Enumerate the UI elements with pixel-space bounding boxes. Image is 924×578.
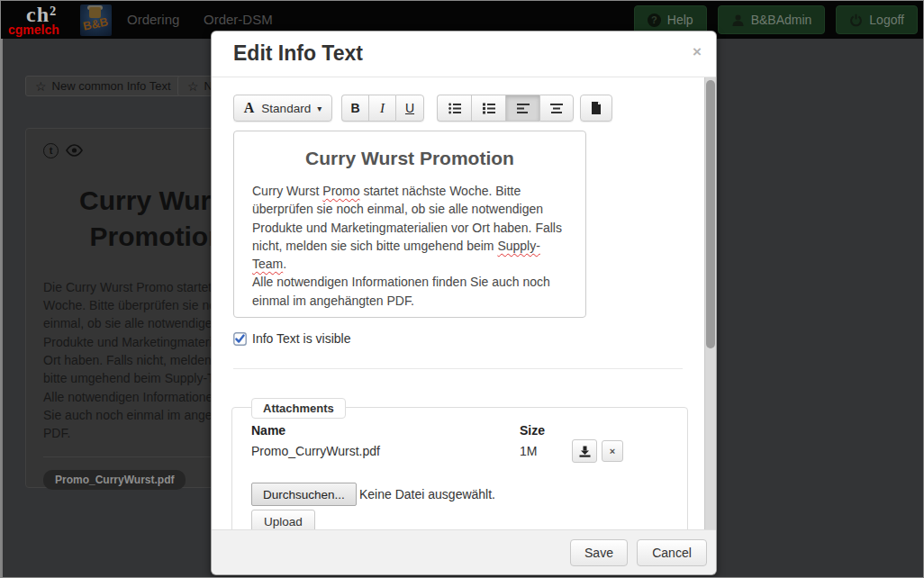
modal-close-icon[interactable]: × bbox=[693, 44, 702, 59]
align-left-icon bbox=[517, 103, 530, 114]
modal-body: A Standard ▾ B I U bbox=[212, 77, 716, 531]
toolbar-list-align-group bbox=[437, 95, 574, 122]
ordered-list-button[interactable] bbox=[471, 95, 505, 122]
rich-text-editor[interactable]: Curry Wurst Promotion Curry Wurst Promo … bbox=[233, 131, 586, 318]
underline-icon: U bbox=[405, 101, 414, 115]
font-icon: A bbox=[244, 100, 255, 116]
align-left-button[interactable] bbox=[505, 95, 539, 122]
remove-x-icon: × bbox=[610, 446, 615, 456]
visibility-row: Info Text is visible bbox=[233, 330, 350, 347]
file-input-status: Keine Datei ausgewählt. bbox=[359, 487, 495, 501]
attachments-legend: Attachments bbox=[251, 398, 346, 419]
info-text-visible-label: Info Text is visible bbox=[252, 331, 350, 346]
italic-icon: I bbox=[380, 101, 385, 116]
modal-scrollbar-thumb[interactable] bbox=[706, 80, 715, 348]
modal-title: Edit Info Text bbox=[233, 41, 363, 66]
paste-document-button[interactable] bbox=[580, 95, 612, 122]
bold-button[interactable]: B bbox=[341, 95, 368, 122]
app-window: ch² cgmelch B&B Ordering Order-DSM ? Hel… bbox=[0, 0, 924, 578]
toolbar-paste-group bbox=[580, 95, 612, 122]
edit-info-text-modal: Edit Info Text × A Standard ▾ B I U bbox=[211, 31, 717, 575]
section-divider bbox=[233, 368, 683, 369]
file-browse-button[interactable]: Durchsuchen... bbox=[251, 483, 357, 506]
unordered-list-button[interactable] bbox=[437, 95, 471, 122]
list-ol-icon bbox=[483, 103, 495, 114]
remove-attachment-button[interactable]: × bbox=[602, 440, 623, 462]
align-center-button[interactable] bbox=[539, 95, 574, 122]
chevron-down-icon: ▾ bbox=[317, 104, 322, 113]
font-style-dropdown[interactable]: A Standard ▾ bbox=[233, 95, 332, 122]
toolbar-font-group: A Standard ▾ bbox=[233, 95, 332, 122]
bold-icon: B bbox=[350, 101, 359, 115]
editor-heading: Curry Wurst Promotion bbox=[252, 148, 567, 169]
attachments-column-size: Size bbox=[520, 423, 545, 438]
modal-footer: Save Cancel bbox=[212, 529, 716, 574]
download-icon bbox=[579, 446, 591, 457]
attachments-column-name: Name bbox=[251, 423, 285, 438]
info-text-visible-checkbox[interactable] bbox=[233, 332, 247, 346]
underline-button[interactable]: U bbox=[395, 95, 424, 122]
cancel-button[interactable]: Cancel bbox=[637, 539, 707, 566]
upload-button[interactable]: Upload bbox=[251, 510, 315, 531]
editor-paragraphs: Curry Wurst Promo startet nächste Woche.… bbox=[252, 182, 567, 310]
modal-header: Edit Info Text × bbox=[212, 32, 716, 77]
download-attachment-button[interactable] bbox=[572, 439, 597, 463]
align-center-icon bbox=[550, 103, 563, 114]
italic-button[interactable]: I bbox=[368, 95, 395, 122]
font-style-label: Standard bbox=[261, 102, 311, 115]
attachment-row-name: Promo_CurryWurst.pdf bbox=[251, 444, 380, 458]
toolbar-text-style-group: B I U bbox=[341, 95, 424, 122]
save-button[interactable]: Save bbox=[570, 539, 628, 566]
misspelled-word: Promo bbox=[322, 184, 359, 198]
document-icon bbox=[591, 102, 602, 114]
modal-scrollbar-track[interactable] bbox=[704, 77, 716, 531]
attachment-row-size: 1M bbox=[520, 444, 537, 458]
list-ul-icon bbox=[448, 103, 461, 114]
